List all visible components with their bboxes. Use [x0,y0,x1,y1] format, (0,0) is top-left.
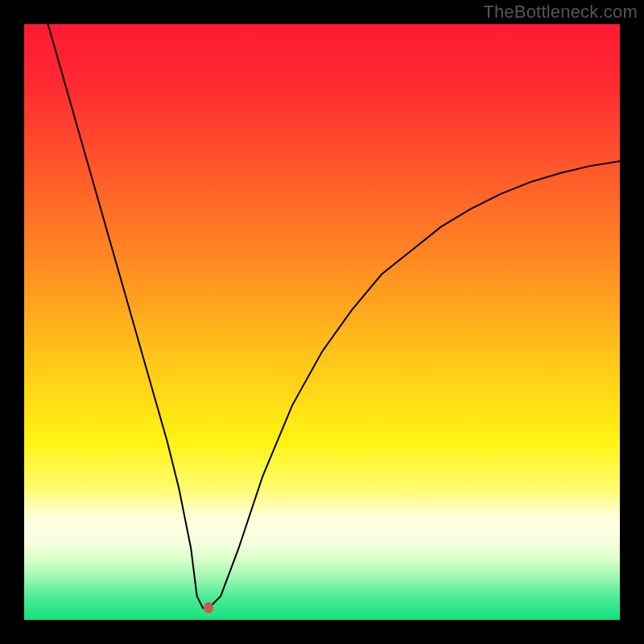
chart-stage: TheBottleneck.com [0,0,644,644]
plot-area [24,24,620,620]
minimum-marker-icon [204,602,213,613]
watermark-label: TheBottleneck.com [483,2,638,23]
chart-curve-layer [24,24,620,620]
bottleneck-curve [48,24,620,608]
